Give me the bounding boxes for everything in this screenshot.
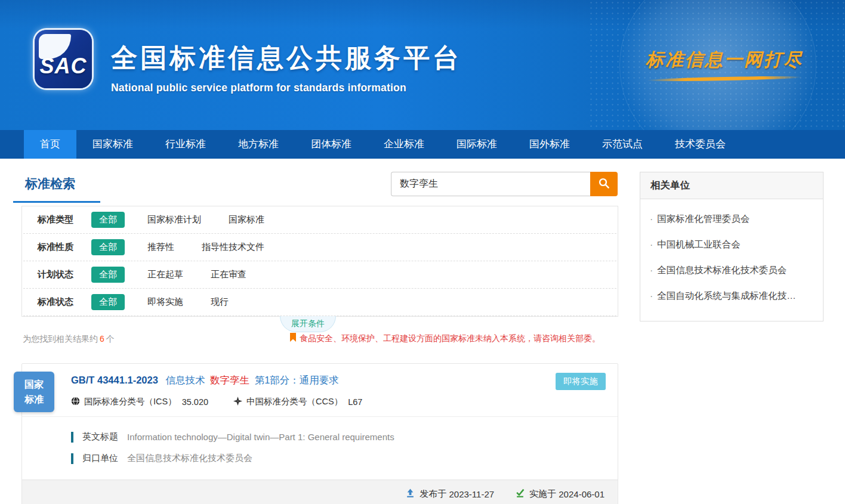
detail-row-committee: 归口单位 全国信息技术标准化技术委员会 <box>71 453 606 464</box>
standard-type-badge: 国家 标准 <box>14 372 54 412</box>
related-units-list: ·国家标准化管理委员会 ·中国机械工业联合会 ·全国信息技术标准化技术委员会 ·… <box>640 199 823 321</box>
filter-label: 标准性质 <box>38 242 91 253</box>
nav-item-home[interactable]: 首页 <box>24 130 76 159</box>
related-unit-link[interactable]: ·中国机械工业联合会 <box>649 232 815 258</box>
related-unit-link[interactable]: ·国家标准化管理委员会 <box>649 206 815 232</box>
detail-label: 英文标题 <box>82 431 118 443</box>
implement-label: 实施于 <box>529 488 556 500</box>
nav-item-technical-committee[interactable]: 技术委员会 <box>659 130 742 159</box>
related-unit-label: 国家标准化管理委员会 <box>657 214 750 224</box>
results-meta: 为您找到相关结果约6个 食品安全、环境保护、工程建设方面的国家标准未纳入本系统，… <box>21 332 618 348</box>
filter-all-button[interactable]: 全部 <box>91 267 125 283</box>
filter-all-button[interactable]: 全部 <box>91 239 125 255</box>
bullet: · <box>650 214 653 224</box>
search-button[interactable] <box>590 172 618 196</box>
detail-row-english-title: 英文标题 Information technology—Digital twin… <box>71 431 606 443</box>
publish-date-item: 发布于 2023-11-27 <box>406 488 494 500</box>
filter-all-button[interactable]: 全部 <box>91 294 125 310</box>
ics-label: 国际标准分类号（ICS） <box>84 396 177 407</box>
nav-item-pilot[interactable]: 示范试点 <box>586 130 659 159</box>
filter-label: 标准类型 <box>38 214 91 225</box>
filter-option[interactable]: 现行 <box>211 296 229 308</box>
standard-title-part[interactable]: 第1部分：通用要求 <box>255 375 339 385</box>
content-area: 标准检索 标准类型 全部 国家标准计划 国家标准 <box>0 159 845 504</box>
main-column: 标准检索 标准类型 全部 国家标准计划 国家标准 <box>21 159 618 504</box>
detail-value: Information technology—Digital twin—Part… <box>127 432 394 442</box>
filter-option[interactable]: 推荐性 <box>147 242 174 253</box>
classification-line: 国际标准分类号（ICS） 35.020 中国标准分类号（CCS） L67 <box>71 396 528 407</box>
sac-logo: SAC <box>35 30 92 88</box>
nav-item-group-standards[interactable]: 团体标准 <box>295 130 368 159</box>
site-header: SAC 全国标准信息公共服务平台 National public service… <box>0 0 845 130</box>
notice-text: 食品安全、环境保护、工程建设方面的国家标准未纳入本系统，请咨询相关部委。 <box>300 333 600 344</box>
site-title-en: National public service platform for sta… <box>111 82 462 94</box>
standard-code[interactable]: GB/T 43441.1-2023 <box>71 375 158 385</box>
related-unit-link[interactable]: ·全国信息技术标准化技术委员会 <box>649 258 815 283</box>
compass-icon <box>233 397 246 407</box>
filter-option[interactable]: 正在起草 <box>147 269 183 280</box>
filter-option[interactable]: 即将实施 <box>147 296 183 308</box>
card-footer: 发布于 2023-11-27 实施于 2024-06-01 <box>22 480 618 504</box>
slogan: 标准信息一网打尽 <box>635 48 814 81</box>
result-count-suffix: 个 <box>106 334 115 344</box>
slogan-text: 标准信息一网打尽 <box>635 48 814 72</box>
check-icon <box>516 488 529 499</box>
related-unit-label: 全国信息技术标准化技术委员会 <box>657 265 787 275</box>
teal-bar <box>71 453 73 464</box>
bullet: · <box>650 290 653 301</box>
filter-label: 标准状态 <box>38 296 91 308</box>
nav-item-national-standards[interactable]: 国家标准 <box>76 130 149 159</box>
detail-label: 归口单位 <box>82 453 118 464</box>
site-title-cn: 全国标准信息公共服务平台 <box>111 41 462 76</box>
standard-result-card: 国家 标准 GB/T 43441.1-2023 信息技术 数字孪生 第1部分：通… <box>21 363 618 504</box>
nav-item-foreign-standards[interactable]: 国外标准 <box>513 130 586 159</box>
nav-item-international-standards[interactable]: 国际标准 <box>440 130 513 159</box>
filter-option[interactable]: 国家标准 <box>229 214 264 225</box>
filter-row-plan-status: 计划状态 全部 正在起草 正在审查 <box>23 261 616 289</box>
expand-conditions-button[interactable]: 展开条件 <box>280 316 336 332</box>
tab-standard-search[interactable]: 标准检索 <box>13 175 100 203</box>
card-details: 英文标题 Information technology—Digital twin… <box>22 417 618 480</box>
bullet: · <box>650 239 653 249</box>
sac-logo-text: SAC <box>35 54 92 79</box>
related-unit-label: 中国机械工业联合会 <box>657 239 741 249</box>
filter-panel: 标准类型 全部 国家标准计划 国家标准 标准性质 全部 推荐性 指导性技术文件 … <box>21 206 618 317</box>
filter-option[interactable]: 正在审查 <box>211 269 246 280</box>
nav-item-local-standards[interactable]: 地方标准 <box>222 130 295 159</box>
filter-option[interactable]: 指导性技术文件 <box>202 242 264 253</box>
related-unit-link[interactable]: ·全国自动化系统与集成标准化技… <box>649 283 815 309</box>
filter-row-standard-nature: 标准性质 全部 推荐性 指导性技术文件 <box>23 234 616 261</box>
standard-title-highlight[interactable]: 数字孪生 <box>210 375 249 385</box>
filter-option[interactable]: 国家标准计划 <box>147 214 201 225</box>
brand[interactable]: SAC 全国标准信息公共服务平台 National public service… <box>35 30 462 94</box>
nav-item-industry-standards[interactable]: 行业标准 <box>149 130 222 159</box>
search-input[interactable] <box>391 172 590 196</box>
result-count-prefix: 为您找到相关结果约 <box>23 334 98 344</box>
filter-row-standard-type: 标准类型 全部 国家标准计划 国家标准 <box>23 206 616 234</box>
ccs-label: 中国标准分类号（CCS） <box>246 396 343 407</box>
implement-date: 2024-06-01 <box>559 489 605 499</box>
related-units-title: 相关单位 <box>640 172 823 199</box>
related-units-panel: 相关单位 ·国家标准化管理委员会 ·中国机械工业联合会 ·全国信息技术标准化技术… <box>640 172 824 321</box>
implement-date-item: 实施于 2024-06-01 <box>516 488 605 500</box>
filter-row-standard-status: 标准状态 全部 即将实施 现行 <box>23 289 616 316</box>
standard-title-link[interactable]: GB/T 43441.1-2023 信息技术 数字孪生 第1部分：通用要求 <box>71 374 528 387</box>
teal-bar <box>71 432 73 443</box>
globe-icon <box>71 397 84 407</box>
ics-value: 35.020 <box>182 397 208 407</box>
filter-all-button[interactable]: 全部 <box>91 212 125 228</box>
main-nav: 首页 国家标准 行业标准 地方标准 团体标准 企业标准 国际标准 国外标准 示范… <box>0 130 845 159</box>
type-badge-line2: 标准 <box>14 392 54 407</box>
result-count: 为您找到相关结果约6个 <box>23 334 115 345</box>
nav-item-enterprise-standards[interactable]: 企业标准 <box>368 130 440 159</box>
search-section: 标准检索 <box>21 159 618 206</box>
brand-text: 全国标准信息公共服务平台 National public service pla… <box>111 30 462 94</box>
system-notice: 食品安全、环境保护、工程建设方面的国家标准未纳入本系统，请咨询相关部委。 <box>289 333 600 344</box>
publish-label: 发布于 <box>420 488 446 500</box>
detail-value: 全国信息技术标准化技术委员会 <box>127 453 252 464</box>
ccs-value: L67 <box>348 397 362 407</box>
search-icon <box>599 178 610 191</box>
bookmark-icon <box>289 333 300 344</box>
search-box <box>391 172 618 196</box>
standard-title-part[interactable]: 信息技术 <box>165 375 205 385</box>
